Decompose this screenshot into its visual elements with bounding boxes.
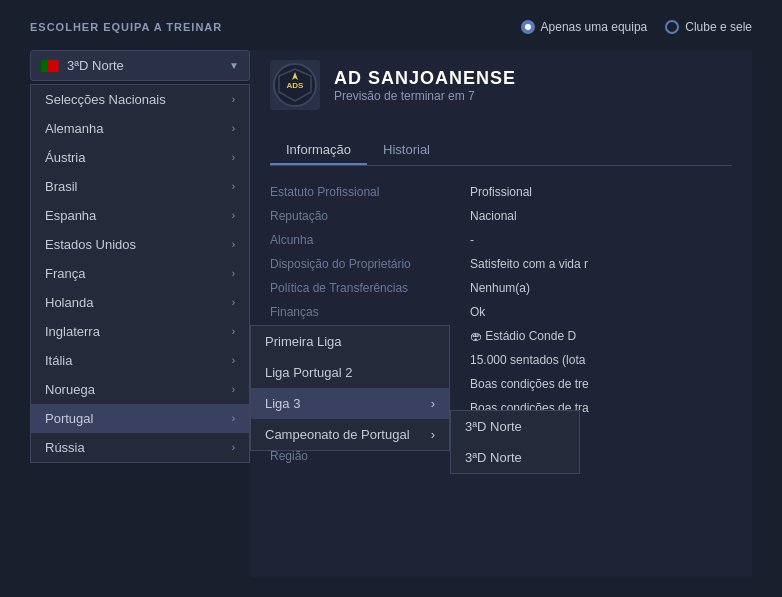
financas-label: Finanças	[270, 300, 470, 324]
estatuto-value: Profissional	[470, 180, 732, 204]
politica-label: Política de Transferências	[270, 276, 470, 300]
dropdown-container: 3ªD Norte ▼ Selecções Nacionais › Aleman…	[30, 50, 250, 577]
disposicao-value: Satisfeito com a vida r	[470, 252, 732, 276]
menu-item-franca[interactable]: França ›	[31, 259, 249, 288]
dropdown-trigger[interactable]: 3ªD Norte ▼	[30, 50, 250, 81]
club-info-header: AD SANJOANENSE Previsão de terminar em 7	[334, 68, 516, 103]
svg-text:ADS: ADS	[287, 81, 305, 90]
club-panel: ADS AD SANJOANENSE Previsão de terminar …	[250, 50, 752, 577]
menu-item-holanda[interactable]: Holanda ›	[31, 288, 249, 317]
subsubmenu-3d-norte-1[interactable]: 3ªD Norte	[451, 411, 579, 442]
submenu-liga2[interactable]: Liga Portugal 2	[251, 357, 449, 388]
lotacao-value: 15.000 sentados (lota	[470, 348, 732, 372]
menu-item-alemanha[interactable]: Alemanha ›	[31, 114, 249, 143]
chevron-right-icon: ›	[232, 268, 235, 279]
club-logo-inner: ADS	[273, 63, 317, 107]
radio-dot-clube	[665, 20, 679, 34]
estadio-value: 🏟 Estádio Conde D	[470, 324, 732, 348]
menu-item-brasil[interactable]: Brasil ›	[31, 172, 249, 201]
submenu-liga3[interactable]: Liga 3 ›	[251, 388, 449, 419]
chevron-right-icon: ›	[431, 427, 435, 442]
chevron-right-icon: ›	[232, 210, 235, 221]
chevron-right-icon: ›	[232, 355, 235, 366]
dropdown-selected-label: 3ªD Norte	[67, 58, 124, 73]
chevron-right-icon: ›	[232, 239, 235, 250]
chevron-right-icon: ›	[232, 384, 235, 395]
reputacao-label: Reputação	[270, 204, 470, 228]
flag-portugal-icon	[41, 60, 59, 72]
alcunha-label: Alcunha	[270, 228, 470, 252]
club-tabs: Informação Historial	[270, 136, 732, 166]
radio-label-apenas: Apenas uma equipa	[541, 20, 648, 34]
menu-item-italia[interactable]: Itália ›	[31, 346, 249, 375]
condicoes1-value: Boas condições de tre	[470, 372, 732, 396]
menu-item-seleccoes[interactable]: Selecções Nacionais ›	[31, 85, 249, 114]
financas-value: Ok	[470, 300, 732, 324]
club-subtitle: Previsão de terminar em 7	[334, 89, 516, 103]
radio-group: Apenas uma equipa Clube e sele	[521, 20, 752, 34]
radio-clube[interactable]: Clube e sele	[665, 20, 752, 34]
chevron-right-icon: ›	[431, 396, 435, 411]
club-name: AD SANJOANENSE	[334, 68, 516, 89]
menu-item-portugal[interactable]: Portugal ›	[31, 404, 249, 433]
menu-item-noruega[interactable]: Noruega ›	[31, 375, 249, 404]
tab-historial[interactable]: Historial	[367, 136, 446, 165]
menu-item-inglaterra[interactable]: Inglaterra ›	[31, 317, 249, 346]
chevron-down-icon: ▼	[229, 60, 239, 71]
radio-dot-apenas	[521, 20, 535, 34]
estatuto-label: Estatuto Profissional	[270, 180, 470, 204]
reputacao-value: Nacional	[470, 204, 732, 228]
liga3-submenu: 3ªD Norte 3ªD Norte	[450, 410, 580, 474]
politica-value: Nenhum(a)	[470, 276, 732, 300]
chevron-right-icon: ›	[232, 94, 235, 105]
menu-item-russia[interactable]: Rússia ›	[31, 433, 249, 462]
club-crest-icon: ADS	[276, 66, 314, 104]
chevron-right-icon: ›	[232, 297, 235, 308]
content-area: 3ªD Norte ▼ Selecções Nacionais › Aleman…	[30, 50, 752, 577]
subsubmenu-3d-norte-2[interactable]: 3ªD Norte	[451, 442, 579, 473]
country-dropdown-menu: Selecções Nacionais › Alemanha › Áustria…	[30, 84, 250, 463]
radio-apenas[interactable]: Apenas uma equipa	[521, 20, 648, 34]
menu-item-estados-unidos[interactable]: Estados Unidos ›	[31, 230, 249, 259]
chevron-right-icon: ›	[232, 326, 235, 337]
top-bar: ESCOLHER EQUIPA A TREINAR Apenas uma equ…	[30, 20, 752, 34]
club-header: ADS AD SANJOANENSE Previsão de terminar …	[270, 60, 732, 120]
chevron-right-icon: ›	[232, 442, 235, 453]
chevron-right-icon: ›	[232, 413, 235, 424]
chevron-right-icon: ›	[232, 152, 235, 163]
submenu-primeira-liga[interactable]: Primeira Liga	[251, 326, 449, 357]
menu-item-austria[interactable]: Áustria ›	[31, 143, 249, 172]
submenu-campeonato[interactable]: Campeonato de Portugal ›	[251, 419, 449, 450]
section-title: ESCOLHER EQUIPA A TREINAR	[30, 21, 222, 33]
chevron-right-icon: ›	[232, 181, 235, 192]
disposicao-label: Disposição do Proprietário	[270, 252, 470, 276]
radio-label-clube: Clube e sele	[685, 20, 752, 34]
tab-informacao[interactable]: Informação	[270, 136, 367, 165]
portugal-submenu: Primeira Liga Liga Portugal 2 Liga 3 › C…	[250, 325, 450, 451]
menu-item-espanha[interactable]: Espanha ›	[31, 201, 249, 230]
alcunha-value: -	[470, 228, 732, 252]
club-logo: ADS	[270, 60, 320, 110]
chevron-right-icon: ›	[232, 123, 235, 134]
